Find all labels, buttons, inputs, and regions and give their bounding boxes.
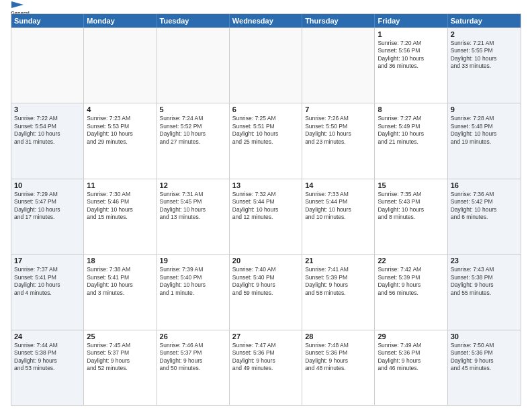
calendar-cell: 23Sunrise: 7:43 AM Sunset: 5:38 PM Dayli… [448,255,521,329]
day-number: 11 [87,181,153,189]
day-number: 7 [305,105,371,113]
logo-triangle-icon [11,0,24,11]
day-number: 20 [232,257,299,265]
day-number: 9 [451,105,518,113]
calendar-cell [84,28,157,103]
day-info: Sunrise: 7:31 AM Sunset: 5:45 PM Dayligh… [160,191,226,222]
calendar-row-1: 1Sunrise: 7:20 AM Sunset: 5:56 PM Daylig… [11,28,521,103]
day-number: 30 [451,332,518,340]
calendar-cell [157,28,230,103]
day-number: 26 [160,332,226,340]
day-info: Sunrise: 7:30 AM Sunset: 5:46 PM Dayligh… [87,191,153,222]
calendar-cell [11,28,84,103]
weekday-header-wednesday: Wednesday [230,14,302,28]
calendar-row-2: 3Sunrise: 7:22 AM Sunset: 5:54 PM Daylig… [11,103,521,178]
weekday-header-saturday: Saturday [448,14,521,28]
day-number: 2 [451,30,518,38]
calendar-cell: 30Sunrise: 7:50 AM Sunset: 5:36 PM Dayli… [448,330,521,405]
day-number: 13 [232,181,299,189]
calendar-cell: 13Sunrise: 7:32 AM Sunset: 5:44 PM Dayli… [230,179,302,254]
day-info: Sunrise: 7:43 AM Sunset: 5:38 PM Dayligh… [451,266,518,297]
calendar-cell [302,28,375,103]
day-info: Sunrise: 7:41 AM Sunset: 5:39 PM Dayligh… [305,266,371,297]
day-number: 1 [378,30,444,38]
day-info: Sunrise: 7:39 AM Sunset: 5:40 PM Dayligh… [160,266,226,297]
day-number: 27 [232,332,299,340]
calendar-cell: 7Sunrise: 7:26 AM Sunset: 5:50 PM Daylig… [302,103,375,178]
calendar-row-5: 24Sunrise: 7:44 AM Sunset: 5:38 PM Dayli… [11,330,521,405]
calendar-cell: 11Sunrise: 7:30 AM Sunset: 5:46 PM Dayli… [84,179,157,254]
calendar-cell: 17Sunrise: 7:37 AM Sunset: 5:41 PM Dayli… [11,255,84,329]
day-info: Sunrise: 7:23 AM Sunset: 5:53 PM Dayligh… [87,115,153,146]
day-number: 14 [305,181,371,189]
day-info: Sunrise: 7:47 AM Sunset: 5:36 PM Dayligh… [232,342,299,373]
day-info: Sunrise: 7:42 AM Sunset: 5:39 PM Dayligh… [378,266,444,297]
calendar: SundayMondayTuesdayWednesdayThursdayFrid… [11,13,521,406]
day-number: 25 [87,332,153,340]
calendar-cell: 14Sunrise: 7:33 AM Sunset: 5:44 PM Dayli… [302,179,375,254]
calendar-cell: 2Sunrise: 7:21 AM Sunset: 5:55 PM Daylig… [448,28,521,103]
calendar-cell: 22Sunrise: 7:42 AM Sunset: 5:39 PM Dayli… [375,255,447,329]
day-info: Sunrise: 7:38 AM Sunset: 5:41 PM Dayligh… [87,266,153,297]
calendar-cell: 10Sunrise: 7:29 AM Sunset: 5:47 PM Dayli… [11,179,84,254]
day-info: Sunrise: 7:20 AM Sunset: 5:56 PM Dayligh… [378,40,444,71]
day-info: Sunrise: 7:24 AM Sunset: 5:52 PM Dayligh… [160,115,226,146]
weekday-header-monday: Monday [84,14,157,28]
day-info: Sunrise: 7:35 AM Sunset: 5:43 PM Dayligh… [378,191,444,222]
day-number: 18 [87,257,153,265]
day-info: Sunrise: 7:29 AM Sunset: 5:47 PM Dayligh… [14,191,81,222]
calendar-cell [230,28,302,103]
day-number: 19 [160,257,226,265]
day-number: 5 [160,105,226,113]
day-info: Sunrise: 7:48 AM Sunset: 5:36 PM Dayligh… [305,342,371,373]
day-info: Sunrise: 7:37 AM Sunset: 5:41 PM Dayligh… [14,266,81,297]
calendar-cell: 28Sunrise: 7:48 AM Sunset: 5:36 PM Dayli… [302,330,375,405]
calendar-row-4: 17Sunrise: 7:37 AM Sunset: 5:41 PM Dayli… [11,254,521,329]
calendar-cell: 26Sunrise: 7:46 AM Sunset: 5:37 PM Dayli… [157,330,230,405]
calendar-header: SundayMondayTuesdayWednesdayThursdayFrid… [11,14,521,28]
calendar-cell: 12Sunrise: 7:31 AM Sunset: 5:45 PM Dayli… [157,179,230,254]
day-info: Sunrise: 7:49 AM Sunset: 5:36 PM Dayligh… [378,342,444,373]
day-number: 8 [378,105,444,113]
day-info: Sunrise: 7:45 AM Sunset: 5:37 PM Dayligh… [87,342,153,373]
day-info: Sunrise: 7:28 AM Sunset: 5:48 PM Dayligh… [451,115,518,146]
calendar-cell: 9Sunrise: 7:28 AM Sunset: 5:48 PM Daylig… [448,103,521,178]
calendar-cell: 15Sunrise: 7:35 AM Sunset: 5:43 PM Dayli… [375,179,447,254]
calendar-cell: 16Sunrise: 7:36 AM Sunset: 5:42 PM Dayli… [448,179,521,254]
day-number: 12 [160,181,226,189]
day-number: 22 [378,257,444,265]
day-info: Sunrise: 7:25 AM Sunset: 5:51 PM Dayligh… [232,115,299,146]
day-info: Sunrise: 7:40 AM Sunset: 5:40 PM Dayligh… [232,266,299,297]
day-number: 4 [87,105,153,113]
day-number: 24 [14,332,81,340]
calendar-cell: 19Sunrise: 7:39 AM Sunset: 5:40 PM Dayli… [157,255,230,329]
day-number: 6 [232,105,299,113]
calendar-cell: 1Sunrise: 7:20 AM Sunset: 5:56 PM Daylig… [375,28,447,103]
svg-marker-3 [11,1,24,8]
calendar-cell: 21Sunrise: 7:41 AM Sunset: 5:39 PM Dayli… [302,255,375,329]
day-info: Sunrise: 7:44 AM Sunset: 5:38 PM Dayligh… [14,342,81,373]
day-number: 28 [305,332,371,340]
weekday-header-sunday: Sunday [11,14,84,28]
day-number: 23 [451,257,518,265]
calendar-cell: 25Sunrise: 7:45 AM Sunset: 5:37 PM Dayli… [84,330,157,405]
day-number: 16 [451,181,518,189]
calendar-cell: 18Sunrise: 7:38 AM Sunset: 5:41 PM Dayli… [84,255,157,329]
day-number: 10 [14,181,81,189]
weekday-header-thursday: Thursday [302,14,375,28]
day-info: Sunrise: 7:50 AM Sunset: 5:36 PM Dayligh… [451,342,518,373]
day-info: Sunrise: 7:27 AM Sunset: 5:49 PM Dayligh… [378,115,444,146]
day-number: 17 [14,257,81,265]
day-info: Sunrise: 7:26 AM Sunset: 5:50 PM Dayligh… [305,115,371,146]
day-number: 15 [378,181,444,189]
calendar-row-3: 10Sunrise: 7:29 AM Sunset: 5:47 PM Dayli… [11,179,521,254]
calendar-cell: 29Sunrise: 7:49 AM Sunset: 5:36 PM Dayli… [375,330,447,405]
day-info: Sunrise: 7:32 AM Sunset: 5:44 PM Dayligh… [232,191,299,222]
day-info: Sunrise: 7:46 AM Sunset: 5:37 PM Dayligh… [160,342,226,373]
page: General Blue SundayMondayTuesdayWednesda… [0,0,532,411]
day-number: 29 [378,332,444,340]
calendar-cell: 6Sunrise: 7:25 AM Sunset: 5:51 PM Daylig… [230,103,302,178]
calendar-cell: 4Sunrise: 7:23 AM Sunset: 5:53 PM Daylig… [84,103,157,178]
calendar-cell: 5Sunrise: 7:24 AM Sunset: 5:52 PM Daylig… [157,103,230,178]
calendar-cell: 20Sunrise: 7:40 AM Sunset: 5:40 PM Dayli… [230,255,302,329]
